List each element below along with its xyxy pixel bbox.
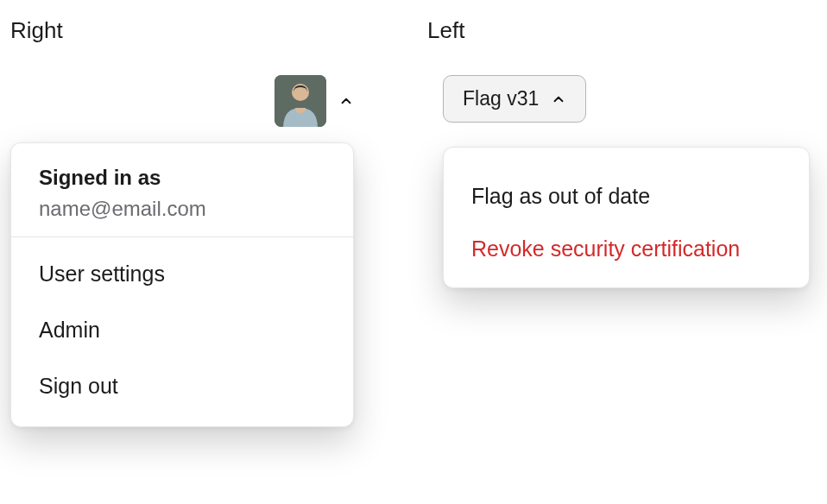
column-label-left: Left xyxy=(427,17,816,44)
signin-block: Signed in as name@email.com xyxy=(11,166,353,237)
menu-item-revoke-cert[interactable]: Revoke security certification xyxy=(444,223,809,275)
flag-dropdown: Flag as out of date Revoke security cert… xyxy=(443,147,810,288)
flag-trigger-row: Flag v31 xyxy=(427,75,816,123)
menu-item-admin[interactable]: Admin xyxy=(11,302,353,358)
signin-title: Signed in as xyxy=(39,166,325,190)
chevron-up-icon xyxy=(551,91,566,107)
column-label-right: Right xyxy=(10,17,407,44)
avatar-icon xyxy=(275,75,326,127)
avatar[interactable] xyxy=(275,75,326,127)
menu-item-sign-out[interactable]: Sign out xyxy=(11,358,353,414)
avatar-trigger-row xyxy=(10,75,407,127)
flag-version-button[interactable]: Flag v31 xyxy=(443,75,586,123)
menu-item-user-settings[interactable]: User settings xyxy=(11,246,353,302)
signin-email: name@email.com xyxy=(39,197,325,221)
user-dropdown: Signed in as name@email.com User setting… xyxy=(10,142,354,427)
flag-button-label: Flag v31 xyxy=(463,87,539,110)
menu-item-flag-outdated[interactable]: Flag as out of date xyxy=(444,170,809,223)
example-left: Left Flag v31 xyxy=(427,17,816,133)
example-right: Right xyxy=(10,17,407,137)
chevron-up-icon[interactable] xyxy=(338,93,354,109)
